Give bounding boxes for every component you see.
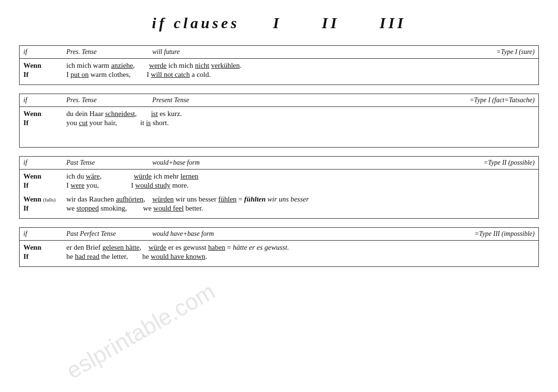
section-3-body: Wenn ich du wäre, würde ich mehr lernen … [20, 170, 538, 218]
watermark: eslprintable.com [62, 278, 220, 384]
header-tense-3: Past Tense [66, 159, 152, 167]
header-type-3: =Type II (possible) [415, 159, 535, 167]
content-wenn-4: er den Brief gelesen hätte, würde er es … [66, 244, 535, 252]
row-if-3a: If I were you, I would study more. [23, 181, 535, 190]
label-if-3a: If [23, 181, 66, 190]
label-wenn-2: Wenn [23, 110, 66, 118]
label-if-2: If [23, 119, 66, 127]
header-if-3: if [23, 159, 66, 167]
header-result-4: would have+base form [152, 230, 415, 238]
content-if-3a: I were you, I would study more. [66, 181, 535, 190]
row-wenn-4: Wenn er den Brief gelesen hätte, würde e… [23, 244, 535, 252]
label-wenn-1: Wenn [23, 62, 66, 70]
row-wenn-3a: Wenn ich du wäre, würde ich mehr lernen [23, 172, 535, 180]
section-1-header: if Pres. Tense will future =Type I (sure… [20, 46, 538, 59]
row-wenn-1: Wenn ich mich warm anziehe, werde ich mi… [23, 62, 535, 70]
row-wenn-3b: Wenn (falls) wir das Rauchen aufhörten, … [23, 195, 535, 203]
row-if-4: If he had read the letter, he would have… [23, 253, 535, 261]
header-result-2: Present Tense [152, 96, 415, 104]
section-1-body: Wenn ich mich warm anziehe, werde ich mi… [20, 59, 538, 85]
section-4-header: if Past Perfect Tense would have+base fo… [20, 228, 538, 241]
header-tense-4: Past Perfect Tense [66, 230, 152, 238]
content-if-1: I put on warm clothes, I will not catch … [66, 71, 535, 79]
content-wenn-1: ich mich warm anziehe, werde ich mich ni… [66, 62, 535, 70]
header-if-4: if [23, 230, 66, 238]
content-wenn-3b: wir das Rauchen aufhörten, würden wir un… [66, 195, 535, 203]
label-if-1: If [23, 71, 66, 79]
section-4-body: Wenn er den Brief gelesen hätte, würde e… [20, 241, 538, 266]
section-type-1-sure: if Pres. Tense will future =Type I (sure… [19, 45, 539, 85]
label-if-3b: If [23, 204, 66, 212]
header-if-1: if [23, 48, 66, 56]
header-tense-1: Pres. Tense [66, 48, 152, 56]
content-if-4: he had read the letter, he would have kn… [66, 253, 535, 261]
content-wenn-2: du dein Haar schneidest, ist es kurz. [66, 110, 535, 118]
header-type-4: =Type III (impossible) [415, 230, 535, 238]
section-2-header: if Pres. Tense Present Tense =Type I (fa… [20, 94, 538, 107]
row-if-1: If I put on warm clothes, I will not cat… [23, 71, 535, 79]
row-if-3b: If we stopped smoking, we would feel bet… [23, 204, 535, 212]
section-2-body: Wenn du dein Haar schneidest, ist es kur… [20, 107, 538, 147]
label-wenn-4: Wenn [23, 244, 66, 252]
label-wenn-3b: Wenn (falls) [23, 195, 66, 203]
section-type-1-fact: if Pres. Tense Present Tense =Type I (fa… [19, 94, 539, 148]
section-type-2-possible: if Past Tense would+base form =Type II (… [19, 156, 539, 219]
header-if-2: if [23, 96, 66, 104]
header-result-3: would+base form [152, 159, 415, 167]
label-if-4: If [23, 253, 66, 261]
row-if-2: If you cut your hair, it is short. [23, 119, 535, 127]
header-tense-2: Pres. Tense [66, 96, 152, 104]
header-type-1: =Type I (sure) [415, 48, 535, 56]
header-result-1: will future [152, 48, 415, 56]
header-type-2: =Type I (fact=Tatsache) [415, 96, 535, 104]
content-if-2: you cut your hair, it is short. [66, 119, 535, 127]
content-wenn-3a: ich du wäre, würde ich mehr lernen [66, 172, 535, 180]
label-wenn-3a: Wenn [23, 172, 66, 180]
page-title: if clauses I II III [19, 14, 539, 32]
content-if-3b: we stopped smoking, we would feel better… [66, 204, 535, 212]
section-type-3-impossible: if Past Perfect Tense would have+base fo… [19, 227, 539, 267]
row-wenn-2: Wenn du dein Haar schneidest, ist es kur… [23, 110, 535, 118]
section-3-header: if Past Tense would+base form =Type II (… [20, 157, 538, 170]
